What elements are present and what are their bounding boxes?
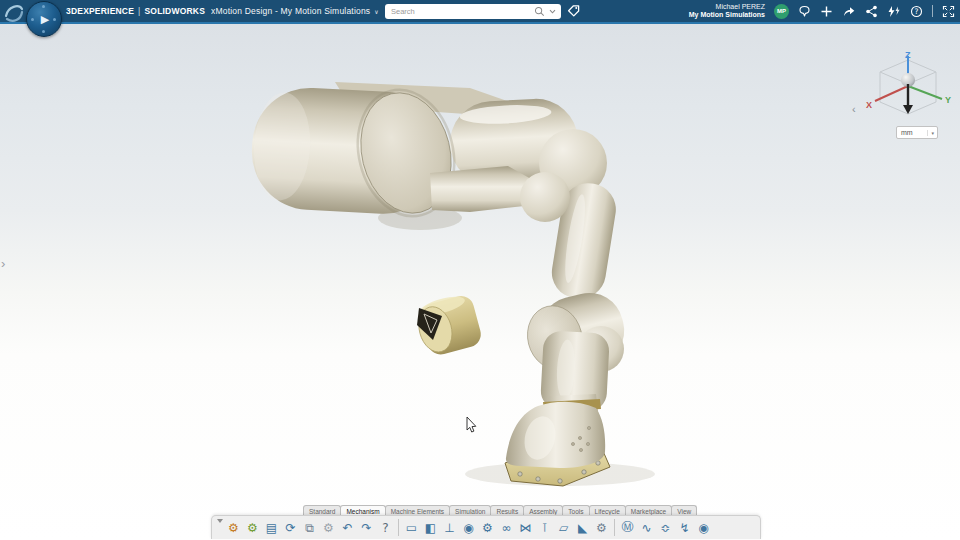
tag-icon[interactable] <box>567 4 581 18</box>
help-icon[interactable]: ? <box>910 5 923 18</box>
title-caret-icon[interactable]: ∨ <box>374 8 379 15</box>
save-icon[interactable]: ▤ <box>262 518 281 537</box>
joint-properties-icon[interactable]: ⚙ <box>592 518 611 537</box>
wedge-icon[interactable]: ◣ <box>573 518 592 537</box>
redo-icon[interactable]: ↷ <box>357 518 376 537</box>
graphics-viewport[interactable] <box>0 24 960 540</box>
motor-icon[interactable]: Ⓜ <box>618 518 637 537</box>
compass-icon[interactable]: ▶ <box>26 1 62 37</box>
brand-solidworks: SOLIDWORKS <box>144 6 205 16</box>
collaboration-icon[interactable] <box>865 5 878 18</box>
bottom-toolbar-icons: ⚙⚙▤⟳⧉⚙↶↷?▭◧⊥◉⚙∞⋈⊺▱◣⚙Ⓜ∿≎↯◉ <box>224 518 713 537</box>
top-app-bar: 3DEXPERIENCE | SOLIDWORKS xMotion Design… <box>0 0 960 24</box>
axis-system-icon[interactable]: ⊥ <box>440 518 459 537</box>
x-axis-label: X <box>866 100 872 110</box>
compass-tick <box>53 18 56 21</box>
simulation-record-icon[interactable]: ◉ <box>694 518 713 537</box>
revolute-joint-icon[interactable]: ◉ <box>459 518 478 537</box>
reload-icon[interactable]: ⟳ <box>281 518 300 537</box>
left-panel-expand-icon[interactable]: › <box>1 256 5 271</box>
app-doc-title[interactable]: xMotion Design - My Motion Simulations <box>211 6 370 16</box>
planar-joint-icon[interactable]: ▱ <box>554 518 573 537</box>
compass-play-icon: ▶ <box>41 14 49 25</box>
topbar-divider <box>932 5 933 17</box>
toolbar-overflow-chevron-icon[interactable] <box>215 516 224 539</box>
tag-filter-icon[interactable] <box>798 5 811 18</box>
z-axis-label: Z <box>905 50 911 60</box>
search-input[interactable] <box>389 6 534 17</box>
y-axis <box>908 86 942 99</box>
share-icon[interactable] <box>842 5 856 18</box>
triad-collapse-icon[interactable]: ‹ <box>852 103 856 115</box>
robot-program-icon[interactable]: ↯ <box>675 518 694 537</box>
units-caret-icon: ▾ <box>927 130 937 136</box>
damper-icon[interactable]: ≎ <box>656 518 675 537</box>
avatar[interactable]: MP <box>774 4 789 19</box>
compass-tick <box>31 18 34 21</box>
gear-joint-icon[interactable]: ⚙ <box>478 518 497 537</box>
brand-3dexperience: 3DEXPERIENCE <box>66 6 134 16</box>
y-axis-label: Y <box>945 95 951 105</box>
user-info[interactable]: Michael PEREZ My Motion Simulations <box>689 3 765 19</box>
bottom-toolbar: ⚙⚙▤⟳⧉⚙↶↷?▭◧⊥◉⚙∞⋈⊺▱◣⚙Ⓜ∿≎↯◉ <box>211 515 761 539</box>
bottom-tabs: StandardMechanismMachine ElementsSimulat… <box>303 502 696 516</box>
pin-joint-icon[interactable]: ⊺ <box>535 518 554 537</box>
rigid-group-icon[interactable]: ◧ <box>421 518 440 537</box>
3ds-logo-icon <box>3 2 25 22</box>
brand-divider: | <box>138 6 140 16</box>
options-icon[interactable]: ⚙ <box>319 518 338 537</box>
update-products-icon[interactable]: ⧉ <box>300 518 319 537</box>
view-triad[interactable]: Z Y X <box>862 50 954 122</box>
mechanism-manager-icon[interactable]: ⚙ <box>224 518 243 537</box>
add-icon[interactable] <box>820 5 833 18</box>
toolbar-divider <box>398 519 399 536</box>
compass-tick <box>42 5 45 8</box>
new-mechanism-icon[interactable]: ⚙ <box>243 518 262 537</box>
search-box[interactable] <box>385 4 561 19</box>
toolbar-divider <box>614 519 615 536</box>
svg-text:?: ? <box>915 7 919 16</box>
help-icon[interactable]: ? <box>376 518 395 537</box>
actions-icon[interactable] <box>887 5 901 18</box>
units-value: mm <box>897 129 927 136</box>
units-dropdown[interactable]: mm ▾ <box>896 126 938 139</box>
app-title: 3DEXPERIENCE | SOLIDWORKS xMotion Design… <box>66 0 379 22</box>
search-icon[interactable] <box>534 6 545 17</box>
belt-joint-icon[interactable]: ∞ <box>497 518 516 537</box>
cylindrical-joint-icon[interactable]: ⋈ <box>516 518 535 537</box>
workspace-name: My Motion Simulations <box>689 11 765 19</box>
search-options-chevron-icon[interactable] <box>548 7 557 16</box>
compass-tick <box>42 30 45 33</box>
spring-icon[interactable]: ∿ <box>637 518 656 537</box>
user-name: Michael PEREZ <box>689 3 765 11</box>
free-motion-icon[interactable]: ▭ <box>402 518 421 537</box>
undo-icon[interactable]: ↶ <box>338 518 357 537</box>
fullscreen-icon[interactable] <box>942 5 955 18</box>
topbar-right-cluster: Michael PEREZ My Motion Simulations MP ? <box>689 0 955 22</box>
